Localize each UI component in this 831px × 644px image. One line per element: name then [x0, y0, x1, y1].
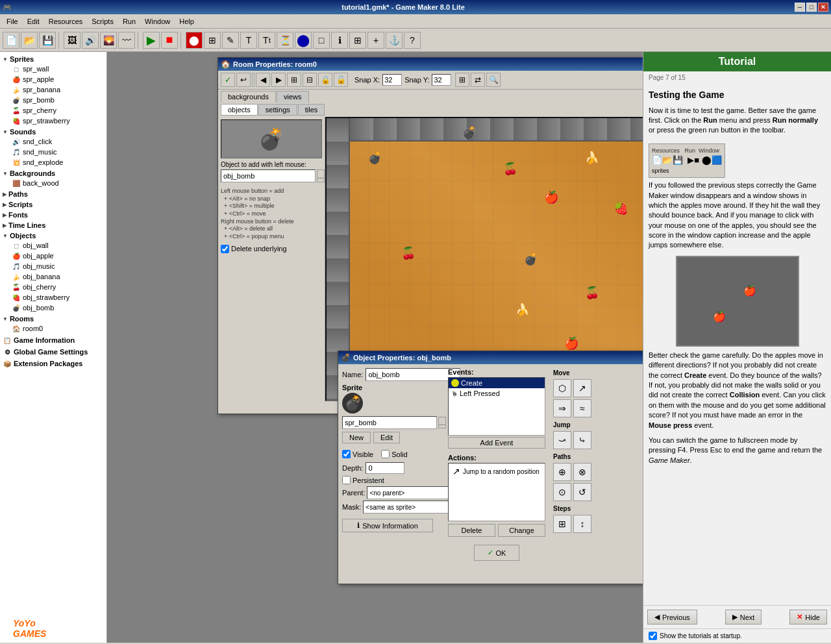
tree-item-spr-bomb[interactable]: 💣spr_bomb	[1, 95, 105, 105]
toolbar-save[interactable]: 💾	[39, 32, 56, 49]
change-event-btn[interactable]: Change	[498, 524, 545, 537]
tree-item-obj-strawberry[interactable]: 🍓obj_strawberry	[1, 292, 105, 303]
solid-checkbox[interactable]	[381, 450, 390, 458]
tab-backgrounds[interactable]: backgrounds	[221, 91, 276, 103]
room-tb-check[interactable]: ✓	[221, 73, 235, 87]
menu-window[interactable]: Window	[141, 16, 174, 27]
toolbar-t4[interactable]: T	[240, 32, 257, 49]
action-path-2[interactable]: ⊗	[573, 463, 591, 481]
toolbar-bg[interactable]: 🌄	[100, 32, 117, 49]
toolbar-t6[interactable]: ⏳	[277, 32, 293, 49]
toolbar-run-red[interactable]: ■	[161, 32, 178, 49]
toolbar-sound[interactable]: 🔊	[82, 32, 99, 49]
tree-group-gameinfo-header[interactable]: 📋 Game Information	[1, 335, 105, 345]
room-tb-switch[interactable]: ⇄	[471, 73, 485, 87]
tree-item-obj-bomb[interactable]: 💣obj_bomb	[1, 303, 105, 313]
room-tb-grid1[interactable]: ⊞	[287, 73, 301, 87]
obj-to-add-btn[interactable]: …	[317, 169, 325, 182]
menu-file[interactable]: File	[3, 16, 22, 27]
tree-item-spr-strawberry[interactable]: 🍓spr_strawberry	[1, 116, 105, 126]
maximize-button[interactable]: □	[806, 3, 817, 12]
subtab-objects[interactable]: objects	[221, 104, 258, 116]
tree-item-snd-music[interactable]: 🎵snd_music	[1, 147, 105, 157]
event-create[interactable]: Create	[449, 378, 545, 388]
action-path-4[interactable]: ↺	[573, 483, 591, 501]
tree-group-sprites-header[interactable]: ▼ Sprites	[1, 55, 105, 64]
show-info-btn[interactable]: ℹ Show Information	[342, 519, 433, 532]
obj-window-titlebar[interactable]: 💣 Object Properties: obj_bomb ─ □ ✕	[338, 351, 643, 364]
toolbar-path[interactable]: 〰	[118, 32, 135, 49]
action-path-3[interactable]: ⊙	[553, 483, 571, 501]
toolbar-run-green[interactable]: ▶	[143, 32, 160, 49]
toolbar-t7[interactable]: ⬤	[295, 32, 312, 49]
delete-underlying-checkbox[interactable]	[221, 245, 229, 253]
toolbar-sprite[interactable]: 🖼	[64, 32, 81, 49]
subtab-settings[interactable]: settings	[258, 104, 297, 116]
ok-btn[interactable]: ✓ OK	[474, 545, 520, 561]
tree-group-sounds-header[interactable]: ▼ Sounds	[1, 127, 105, 136]
mask-input[interactable]	[363, 501, 451, 514]
tree-group-fonts-header[interactable]: ▶ Fonts	[1, 210, 105, 219]
close-button[interactable]: ✕	[818, 3, 828, 12]
obj-to-add-input[interactable]	[221, 169, 316, 182]
action-move-speed[interactable]: ≈	[573, 399, 591, 417]
edit-sprite-btn[interactable]: Edit	[373, 432, 400, 443]
toolbar-t12[interactable]: ⚓	[386, 32, 403, 49]
toolbar-t3[interactable]: ✎	[222, 32, 239, 49]
tree-item-room0[interactable]: 🏠room0	[1, 323, 105, 334]
event-leftpressed[interactable]: 🖱 Left Pressed	[449, 388, 545, 399]
toolbar-t1[interactable]: ⬤	[186, 32, 203, 49]
tree-group-globalsettings-header[interactable]: ⚙ Global Game Settings	[1, 347, 105, 357]
room-tb-grid2[interactable]: ⊟	[303, 73, 317, 87]
tree-item-spr-banana[interactable]: 🍌spr_banana	[1, 84, 105, 95]
show-tutorials-checkbox[interactable]	[649, 632, 657, 640]
depth-input[interactable]	[366, 462, 404, 474]
toolbar-t5[interactable]: Tt	[258, 32, 275, 49]
tree-item-spr-cherry[interactable]: 🍒spr_cherry	[1, 105, 105, 116]
subtab-tiles[interactable]: tiles	[298, 104, 325, 116]
action-step-2[interactable]: ↕	[573, 515, 591, 533]
name-input[interactable]	[366, 368, 460, 381]
tree-group-rooms-header[interactable]: ▼ Rooms	[1, 314, 105, 323]
action-path-1[interactable]: ⊕	[553, 463, 571, 481]
visible-checkbox[interactable]	[342, 450, 351, 458]
tree-group-extensions-header[interactable]: 📦 Extension Packages	[1, 358, 105, 369]
action-jump-1[interactable]: ⤻	[553, 431, 571, 449]
room-tb-prev[interactable]: ◀	[256, 73, 270, 87]
tree-group-timelines-header[interactable]: ▶ Time Lines	[1, 221, 105, 230]
action-move-free[interactable]: ↗	[573, 379, 591, 397]
toolbar-t8[interactable]: □	[313, 32, 330, 49]
action-move-arrows[interactable]: ⬡	[553, 379, 571, 397]
menu-resources[interactable]: Resources	[45, 16, 87, 27]
action-step-1[interactable]: ⊞	[553, 515, 571, 533]
room-tb-lock[interactable]: 🔒	[318, 73, 332, 87]
room-tb-grid3[interactable]: ⊞	[455, 73, 469, 87]
tree-group-paths-header[interactable]: ▶ Paths	[1, 190, 105, 199]
parent-input[interactable]	[367, 486, 454, 499]
previous-btn[interactable]: ◀ Previous	[647, 610, 697, 625]
tree-item-obj-cherry[interactable]: 🍒obj_cherry	[1, 282, 105, 292]
tree-item-obj-music[interactable]: 🎵obj_music	[1, 261, 105, 271]
add-event-btn[interactable]: Add Event	[448, 437, 545, 449]
toolbar-t10[interactable]: ⊞	[349, 32, 366, 49]
snap-y-input[interactable]	[432, 74, 451, 86]
tree-item-spr-apple[interactable]: 🍎spr_apple	[1, 74, 105, 84]
action-move-dir[interactable]: ⇒	[553, 399, 571, 417]
toolbar-new[interactable]: 📄	[3, 32, 19, 49]
room-window-titlebar[interactable]: 🏠 Room Properties: room0 ─ □ ✕	[218, 58, 643, 71]
sprite-select-input[interactable]	[342, 416, 437, 429]
tree-item-snd-explode[interactable]: 💥snd_explode	[1, 157, 105, 167]
menu-run[interactable]: Run	[119, 16, 140, 27]
action-jump-2[interactable]: ⤷	[573, 431, 591, 449]
hide-btn[interactable]: ✕ Hide	[789, 610, 827, 625]
toolbar-open[interactable]: 📂	[21, 32, 38, 49]
toolbar-help[interactable]: ?	[404, 32, 421, 49]
menu-edit[interactable]: Edit	[23, 16, 43, 27]
next-btn[interactable]: ▶ Next	[725, 610, 762, 625]
toolbar-t2[interactable]: ⊞	[204, 32, 221, 49]
tree-item-snd-click[interactable]: 🔊snd_click	[1, 136, 105, 147]
room-tb-next[interactable]: ▶	[271, 73, 286, 87]
action-jump-random[interactable]: ↗ Jump to a random position	[450, 465, 543, 478]
delete-event-btn[interactable]: Delete	[448, 524, 495, 537]
sprite-browse-btn[interactable]: …	[438, 417, 446, 428]
